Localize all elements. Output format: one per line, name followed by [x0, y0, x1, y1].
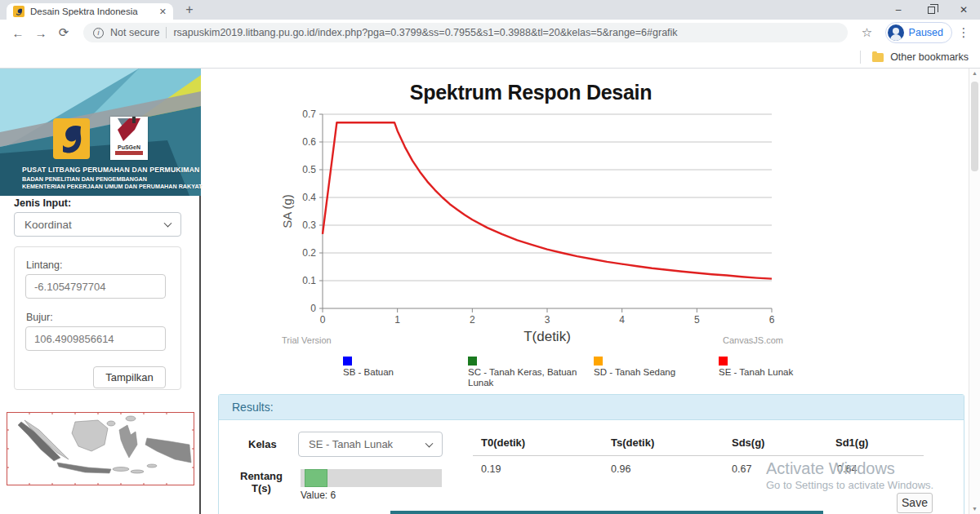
results-header: Results: [219, 395, 964, 420]
url-bar[interactable]: i Not secure rsapuskim2019.litbang.pu.go… [83, 23, 848, 42]
bujur-label: Bujur: [26, 312, 53, 323]
browser-tab[interactable]: Desain Spektra Indonesia ✕ [7, 3, 173, 20]
other-bookmarks-button[interactable]: Other bookmarks [860, 46, 969, 69]
url-text[interactable]: rsapuskim2019.litbang.pu.go.id/index.php… [173, 27, 677, 38]
table-value-sds: 0.67 [732, 463, 751, 475]
svg-text:0.6: 0.6 [302, 136, 316, 148]
pu-logo [53, 118, 90, 159]
legend-item[interactable]: SD - Tanah Sedang [594, 357, 708, 378]
lintang-input[interactable] [25, 274, 166, 299]
legend-item[interactable]: SE - Tanah Lunak [719, 357, 833, 378]
new-tab-button[interactable]: + [181, 2, 198, 18]
scrollbar-down-icon[interactable]: ▼ [969, 506, 980, 512]
results-panel: Results: Kelas SE - Tanah Lunak Rentang … [218, 394, 964, 514]
legend-label: SD - Tanah Sedang [594, 367, 708, 378]
svg-text:4: 4 [619, 314, 625, 326]
bookmarks-divider [860, 51, 861, 64]
tab-bar: Desain Spektra Indonesia ✕ + – ✕ [0, 0, 980, 20]
svg-text:0.3: 0.3 [302, 219, 316, 231]
jenis-input-select[interactable]: Koordinat [14, 212, 181, 237]
window-controls: – ✕ [882, 0, 980, 20]
pusgen-label: PuSGeN [118, 144, 140, 150]
profile-paused-button[interactable]: Paused [885, 22, 952, 43]
kelas-label: Kelas [248, 438, 277, 450]
legend-marker-icon [719, 357, 728, 366]
svg-text:0.5: 0.5 [302, 164, 316, 175]
svg-text:0.1: 0.1 [302, 275, 316, 286]
sync-paused-label: Paused [909, 27, 943, 38]
save-button[interactable]: Save [897, 493, 933, 513]
kelas-select[interactable]: SE - Tanah Lunak [298, 432, 443, 457]
legend-item[interactable]: SB - Batuan [343, 357, 457, 378]
legend-label: SB - Batuan [343, 367, 457, 378]
window-restore-button[interactable] [915, 0, 947, 20]
page-content: PuSGeN PUSAT LITBANG PERUMAHAN DAN PERMU… [0, 69, 980, 514]
org-name-line3: KEMENTERIAN PEKERJAAN UMUM DAN PERUMAHAN… [22, 183, 202, 190]
svg-text:0.7: 0.7 [302, 109, 316, 120]
scrollbar-thumb[interactable] [971, 82, 978, 171]
spectrum-chart: 00.10.20.30.40.50.60.70123456SA (g)T(det… [275, 106, 806, 351]
org-name-line2: BADAN PENELITIAN DAN PENGEMBANGAN [22, 175, 147, 183]
browser-menu-icon[interactable]: ⋮ [956, 23, 972, 42]
legend-marker-icon [343, 357, 352, 366]
rentang-label: Rentang T(s) [232, 470, 291, 494]
info-icon[interactable]: i [93, 28, 104, 38]
browser-toolbar: ← → ⟳ i Not secure rsapuskim2019.litbang… [0, 20, 980, 46]
jenis-input-value: Koordinat [24, 219, 72, 231]
pusgen-caption-bar [115, 151, 143, 155]
tampilkan-button[interactable]: Tampilkan [93, 366, 166, 388]
page-scrollbar[interactable]: ▲ ▼ [969, 69, 980, 514]
svg-text:3: 3 [545, 314, 550, 326]
reload-button[interactable]: ⟳ [54, 23, 74, 42]
sidebar: PuSGeN PUSAT LITBANG PERUMAHAN DAN PERMU… [0, 69, 201, 514]
table-header-t0: T0(detik) [481, 436, 525, 449]
table-header-ts: Ts(detik) [611, 436, 654, 449]
forward-button[interactable]: → [31, 23, 51, 42]
svg-text:T(detik): T(detik) [523, 329, 571, 344]
svg-text:2: 2 [470, 314, 475, 326]
rentang-label-line1: Rentang [232, 470, 291, 482]
table-header-sds: Sds(g) [732, 436, 764, 449]
activate-windows-watermark: Activate Windows [766, 459, 895, 478]
table-divider [473, 455, 924, 456]
next-section-header-edge [390, 511, 823, 514]
table-value-t0: 0.19 [481, 463, 501, 475]
window-close-button[interactable]: ✕ [947, 0, 980, 20]
window-minimize-button[interactable]: – [882, 0, 915, 20]
security-label: Not secure [110, 27, 159, 38]
folder-icon [872, 53, 884, 62]
other-bookmarks-label: Other bookmarks [890, 51, 969, 63]
rentang-slider[interactable] [301, 469, 442, 487]
window-restore-icon [928, 7, 935, 14]
bujur-input[interactable] [25, 326, 166, 351]
site-favicon-icon [13, 6, 24, 17]
canvasjs-watermark[interactable]: CanvasJS.com [723, 335, 776, 345]
svg-text:5: 5 [694, 314, 700, 326]
tab-close-icon[interactable]: ✕ [159, 7, 167, 17]
trial-version-watermark: Trial Version [282, 335, 332, 345]
url-divider [166, 27, 167, 38]
scrollbar-up-icon[interactable]: ▲ [969, 70, 980, 76]
legend-marker-icon [468, 357, 477, 366]
legend-marker-icon [594, 357, 603, 366]
chevron-down-icon [425, 439, 434, 447]
svg-text:0.4: 0.4 [302, 192, 316, 203]
svg-text:0: 0 [310, 303, 316, 314]
svg-text:6: 6 [769, 314, 775, 326]
chart-title: Spektrum Respon Desain [286, 81, 776, 104]
bookmark-star-icon[interactable]: ☆ [858, 23, 877, 42]
chart-legend: SB - BatuanSC - Tanah Keras, Batuan Luna… [343, 357, 849, 391]
spectrum-curve [323, 122, 772, 278]
tab-title: Desain Spektra Indonesia [30, 7, 154, 16]
browser-window: Desain Spektra Indonesia ✕ + – ✕ ← → ⟳ i… [0, 0, 980, 514]
legend-item[interactable]: SC - Tanah Keras, Batuan Lunak [468, 357, 582, 388]
legend-label: SE - Tanah Lunak [719, 367, 833, 378]
svg-text:SA (g): SA (g) [280, 194, 294, 228]
activate-windows-hint: Go to Settings to activate Windows. [766, 479, 933, 491]
lintang-label: Lintang: [26, 259, 62, 271]
org-name-line1: PUSAT LITBANG PERUMAHAN DAN PERMUKIMAN [22, 166, 200, 174]
back-button[interactable]: ← [8, 23, 28, 42]
table-value-ts: 0.96 [611, 463, 630, 475]
legend-label: SC - Tanah Keras, Batuan Lunak [468, 367, 582, 388]
slider-handle[interactable] [305, 469, 327, 487]
